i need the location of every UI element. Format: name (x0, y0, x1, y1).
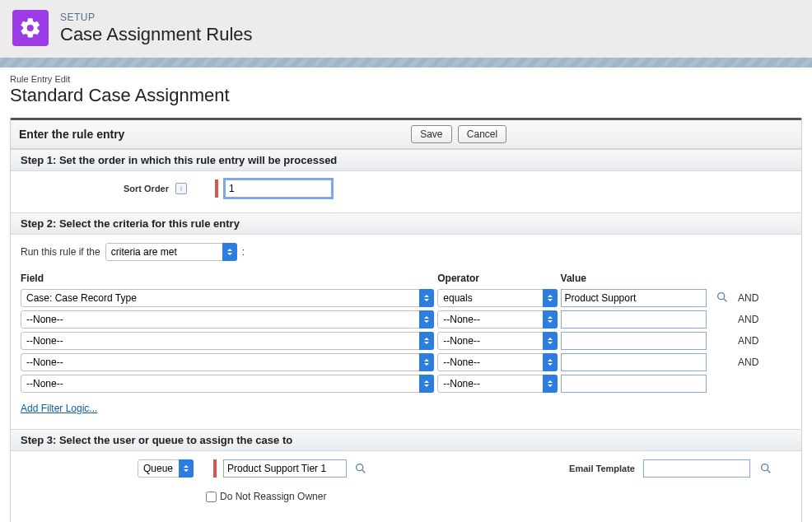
sort-order-label: Sort Order (21, 184, 169, 193)
rule-name-heading: Standard Case Assignment (10, 85, 802, 106)
assignee-lookup-icon[interactable] (353, 461, 368, 476)
save-button[interactable]: Save (411, 125, 451, 143)
criteria-operator-select[interactable]: equals (437, 289, 557, 307)
add-filter-logic-link[interactable]: Add Filter Logic... (21, 403, 97, 414)
required-indicator-assignee (213, 459, 217, 478)
criteria-operator-select[interactable]: --None-- (437, 332, 557, 350)
col-header-operator: Operator (437, 273, 560, 286)
do-not-reassign-checkbox[interactable] (206, 492, 217, 502)
required-indicator (215, 179, 218, 198)
rule-entry-edit-label: Rule Entry Edit (10, 74, 802, 84)
criteria-field-select[interactable]: --None-- (21, 375, 434, 393)
criteria-operator-select[interactable]: --None-- (437, 310, 557, 329)
assignee-input[interactable] (223, 459, 347, 478)
condition-type-select[interactable]: criteria are met (105, 243, 237, 261)
run-rule-label: Run this rule if the (21, 246, 100, 258)
criteria-value-input[interactable] (561, 353, 707, 371)
cancel-button[interactable]: Cancel (458, 125, 506, 143)
setup-gear-icon (12, 10, 49, 46)
criteria-field-select[interactable]: --None-- (21, 310, 434, 329)
criteria-table: Field Operator Value Case: Case Record T… (21, 269, 791, 396)
decorative-band (0, 58, 812, 68)
criteria-field-select[interactable]: --None-- (21, 353, 434, 371)
and-label: AND (738, 292, 758, 304)
do-not-reassign-label: Do Not Reassign Owner (220, 491, 326, 502)
colon: : (242, 246, 245, 258)
step1-header: Step 1: Set the order in which this rule… (11, 149, 801, 171)
criteria-value-input[interactable] (561, 289, 707, 307)
record-type-footnote: If your organization uses record types, … (11, 515, 801, 522)
criteria-operator-select[interactable]: --None-- (437, 375, 557, 393)
and-label: AND (738, 357, 758, 368)
rule-entry-panel: Enter the rule entry Save Cancel Step 1:… (10, 118, 802, 522)
email-template-lookup-icon[interactable] (758, 461, 773, 476)
criteria-row: --None----None--AND (21, 332, 791, 350)
criteria-value-input[interactable] (561, 310, 707, 329)
criteria-row: --None----None--AND (21, 353, 791, 371)
and-label: AND (738, 314, 758, 325)
criteria-row: --None----None--AND (21, 310, 791, 329)
breadcrumb: SETUP (60, 12, 253, 23)
page-header: SETUP Case Assignment Rules (0, 0, 812, 58)
criteria-operator-select[interactable]: --None-- (437, 353, 557, 371)
criteria-value-input[interactable] (561, 332, 707, 350)
assign-type-select[interactable]: Queue (138, 459, 194, 478)
criteria-value-input[interactable] (561, 375, 707, 393)
col-header-field: Field (21, 273, 437, 286)
and-label: AND (738, 335, 758, 347)
step3-header: Step 3: Select the user or queue to assi… (11, 429, 801, 451)
page-title: Case Assignment Rules (60, 25, 253, 44)
sort-order-input[interactable] (225, 179, 332, 198)
info-icon[interactable]: i (175, 183, 187, 194)
criteria-field-select[interactable]: Case: Case Record Type (21, 289, 434, 307)
criteria-row: Case: Case Record TypeequalsAND (21, 289, 791, 307)
col-header-value: Value (561, 273, 711, 286)
criteria-field-select[interactable]: --None-- (21, 332, 434, 350)
email-template-input[interactable] (643, 459, 750, 478)
criteria-row: --None----None-- (21, 375, 791, 393)
enter-rule-entry-label: Enter the rule entry (19, 128, 124, 141)
email-template-label: Email Template (569, 464, 635, 473)
value-lookup-icon[interactable] (715, 290, 730, 305)
step2-header: Step 2: Select the criteria for this rul… (11, 212, 801, 235)
